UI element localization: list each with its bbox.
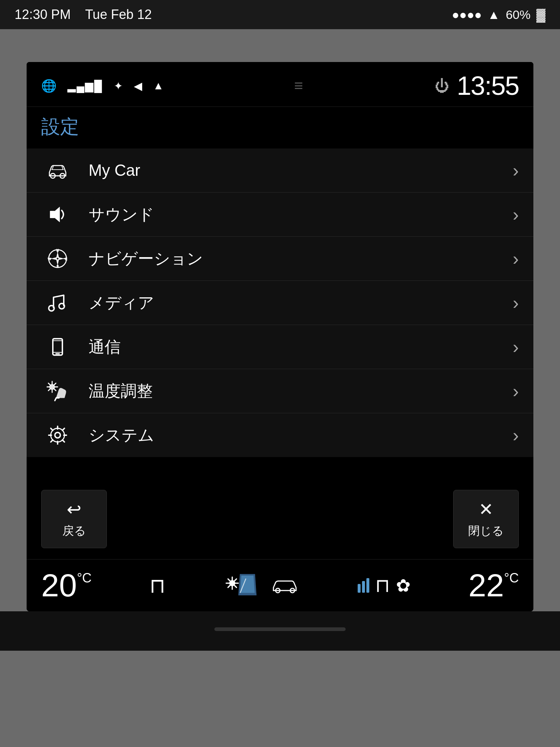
- menu-item-media[interactable]: メディア ›: [27, 281, 533, 325]
- svg-text:W: W: [48, 257, 51, 261]
- ios-date: Tue Feb 12: [85, 7, 152, 22]
- climate-bar: 20 °C ⊓: [27, 559, 533, 611]
- settings-title-area: 設定: [27, 107, 533, 148]
- communication-label: 通信: [89, 336, 513, 358]
- app-container: 🌐 ▂▄▆█ ✦ ◀ ▲ ≡ ⏻ 13:55 設定: [27, 62, 533, 611]
- battery-icon: ▓: [536, 8, 545, 22]
- close-label: 閉じる: [468, 523, 504, 539]
- menu-item-mycar[interactable]: My Car ›: [27, 148, 533, 193]
- seat-right-icon: ⊓: [375, 574, 390, 596]
- car-header: 🌐 ▂▄▆█ ✦ ◀ ▲ ≡ ⏻ 13:55: [27, 62, 533, 107]
- svg-marker-15: [58, 257, 64, 260]
- system-label: システム: [89, 425, 513, 446]
- settings-menu-list: My Car › サウンド ›: [27, 148, 533, 457]
- menu-item-navigation[interactable]: N S W E ナビゲーション ›: [27, 237, 533, 281]
- battery-text: 60%: [506, 8, 530, 22]
- back-label: 戻る: [62, 523, 86, 539]
- power-icon: ⏻: [435, 78, 450, 94]
- bottom-buttons-area: ↩ 戻る ✕ 閉じる: [27, 479, 533, 559]
- wifi-icon: ▲: [487, 8, 500, 22]
- mycar-chevron: ›: [513, 160, 519, 181]
- car-status-icons: 🌐 ▂▄▆█ ✦ ◀ ▲: [41, 78, 164, 93]
- settings-title-text: 設定: [41, 116, 79, 137]
- menu-lines-icon[interactable]: ≡: [294, 77, 305, 94]
- ios-status-right: ●●●● ▲ 60% ▓: [452, 8, 545, 22]
- svg-text:E: E: [65, 257, 67, 261]
- sound-icon: [41, 204, 74, 225]
- home-indicator: [214, 627, 346, 631]
- sound-chevron: ›: [513, 204, 519, 225]
- temp-right-unit: °C: [504, 570, 519, 586]
- sound-label: サウンド: [89, 204, 513, 225]
- car-header-right: ⏻ 13:55: [435, 71, 519, 101]
- menu-item-climate[interactable]: 温度調整 ›: [27, 369, 533, 413]
- menu-item-sound[interactable]: サウンド ›: [27, 193, 533, 237]
- signal-bars-icon: ▂▄▆█: [67, 80, 103, 92]
- car-time: 13:55: [457, 71, 519, 101]
- menu-item-system[interactable]: システム ›: [27, 413, 533, 457]
- signal-icon: ●●●●: [452, 8, 482, 22]
- media-icon: [41, 292, 74, 314]
- ios-status-time: 12:30 PM Tue Feb 12: [15, 7, 152, 22]
- svg-text:S: S: [57, 264, 59, 268]
- temp-right-display: 22 °C: [468, 567, 519, 604]
- system-chevron: ›: [513, 425, 519, 446]
- svg-text:N: N: [57, 248, 59, 252]
- system-icon: [41, 424, 74, 446]
- navigation-label: ナビゲーション: [89, 248, 513, 270]
- fan-right-icon: ✿: [396, 575, 411, 596]
- car-climate-icon: [271, 574, 300, 597]
- fan-snow-icon[interactable]: [223, 570, 260, 601]
- climate-chevron: ›: [513, 380, 519, 402]
- right-climate-controls: ⊓ ✿: [358, 574, 411, 596]
- ios-time: 12:30 PM: [15, 7, 71, 22]
- svg-point-23: [55, 433, 61, 438]
- temp-left-value: 20: [41, 567, 77, 604]
- back-icon: ↩: [67, 499, 81, 519]
- close-icon: ✕: [479, 499, 493, 519]
- svg-marker-14: [51, 257, 58, 260]
- temp-right-value: 22: [468, 567, 504, 604]
- navigation-chevron: ›: [513, 248, 519, 269]
- close-button[interactable]: ✕ 閉じる: [453, 490, 519, 548]
- back-button[interactable]: ↩ 戻る: [41, 490, 107, 548]
- seat-left-icon: ⊓: [149, 574, 166, 597]
- home-indicator-container: [0, 611, 560, 651]
- intensity-bars: [358, 578, 369, 593]
- mycar-icon: [41, 159, 74, 181]
- climate-center-controls: [223, 570, 300, 601]
- communication-chevron: ›: [513, 336, 519, 357]
- media-label: メディア: [89, 292, 513, 314]
- bluetooth-icon: ✦: [114, 80, 123, 92]
- navigation-icon: N S W E: [41, 248, 74, 270]
- mycar-label: My Car: [89, 161, 513, 179]
- communication-icon: [41, 336, 74, 358]
- wifi-status-icon: ▲: [153, 80, 164, 92]
- globe-icon: 🌐: [41, 78, 57, 93]
- menu-item-communication[interactable]: 通信 ›: [27, 325, 533, 369]
- nav-arrow-icon: ◀: [134, 80, 142, 92]
- temp-left-display: 20 °C: [41, 567, 92, 604]
- temp-left-unit: °C: [77, 570, 92, 586]
- spacer: [27, 457, 533, 479]
- climate-icon: [41, 380, 74, 402]
- climate-label: 温度調整: [89, 380, 513, 402]
- svg-point-24: [51, 428, 65, 442]
- ios-status-bar: 12:30 PM Tue Feb 12 ●●●● ▲ 60% ▓: [0, 0, 560, 29]
- media-chevron: ›: [513, 292, 519, 313]
- svg-marker-2: [50, 207, 59, 222]
